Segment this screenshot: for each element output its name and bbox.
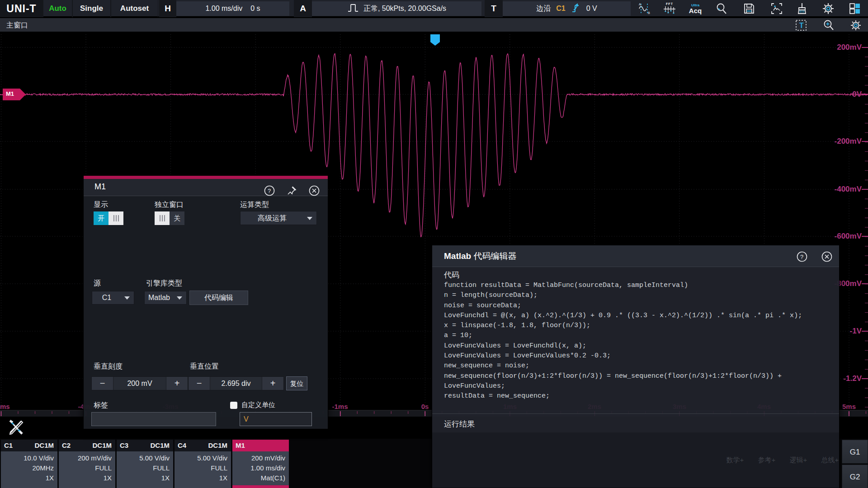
auto-button[interactable]: Auto [43,0,72,17]
g1-button[interactable]: G1 [842,440,868,464]
horizontal-key: H [159,0,176,17]
channel-card-m1[interactable]: M1200 mV/div1.00 ms/divMat(C1) [232,440,289,488]
channel-setting: FULL [95,464,112,472]
vscale-decrement-button[interactable]: − [92,377,113,390]
tag-label: 标签 [94,401,108,410]
channel-card-c2[interactable]: C2DC1M200 mV/divFULL1X [59,440,115,488]
ultra-acq-icon[interactable]: Ultra Acq [687,1,703,16]
autoset-button[interactable]: Autoset [111,0,158,17]
window-title: 主窗口 [6,18,28,33]
vpos-value[interactable]: 2.695 div [210,377,262,390]
code-text[interactable]: function resultData = MatlabFunc(sourceD… [444,281,831,402]
svg-text:T: T [799,22,804,29]
help-icon[interactable]: ? [797,251,807,262]
run-result-area: 数学+参考+逻辑+总线+ [432,432,839,488]
trigger-mode: 边沿 [536,4,551,14]
save-icon[interactable] [741,1,757,16]
clear-brush-icon[interactable] [794,1,810,16]
m1-trace-marker-label: M1 [6,90,14,97]
independent-window-toggle[interactable]: 关 [155,211,184,225]
code-line: x = linspace(-1.8, 1.8, floor(n/3)); [444,321,831,331]
channel-card-header: C1DC1M [1,440,57,451]
channel-card-header: M1 [232,440,289,451]
text-annotation-icon[interactable]: T [795,19,807,31]
channel-card-c1[interactable]: C1DC1M10.0 V/div20MHz1X [1,440,57,488]
t-axis-label: ms [0,403,14,410]
tag-input[interactable] [91,412,216,426]
vpos-increment-button[interactable]: + [262,377,283,390]
reset-button[interactable]: 复位 [286,376,307,390]
channel-coupling: DC1M [92,441,112,449]
brand-logo: UNI-T [0,0,43,17]
v-axis-label: 0V [852,90,862,99]
trigger-key: T [485,0,503,17]
horizontal-panel[interactable]: 1.00 ms/div 0 s [176,1,289,16]
code-line: LoveFuncValues = LoveFuncValues*0.2 -0.3… [444,351,831,361]
code-line: resultData = new_sequence; [444,391,831,401]
display-toggle-grip [108,211,123,225]
pin-icon[interactable] [286,185,297,196]
dim-background-button: 总线+ [815,456,845,465]
channel-card-c3[interactable]: C3DC1M5.00 V/divFULL1X [117,440,173,488]
engine-dropdown[interactable]: Matlab [144,291,187,305]
independent-window-label: 独立窗口 [155,200,184,210]
single-button[interactable]: Single [72,0,111,17]
vscale-value[interactable]: 200 mV [113,377,166,390]
annotation-tools-icon[interactable] [6,418,25,439]
engine-type-label: 引擎库类型 [146,279,182,288]
m1-dialog-header[interactable]: M1 ? [84,179,328,196]
source-value: C1 [92,291,121,304]
fft-icon[interactable]: FFT [661,1,678,16]
zoom-in-icon[interactable] [822,19,835,31]
close-icon[interactable] [309,185,320,196]
trigger-panel[interactable]: 边沿 C1 0 V [503,1,631,16]
independent-toggle-grip [155,211,170,225]
acquire-panel[interactable]: 正常, 50kPts, 20.00GSa/s [312,1,481,16]
operation-type-dropdown[interactable]: 高级运算 [240,211,317,225]
g2-button[interactable]: G2 [842,465,868,488]
editor-title-latin: Matlab [444,251,471,261]
svg-text:?: ? [268,188,271,194]
result-section-label: 运行结果 [444,419,475,429]
trigger-position-marker[interactable] [430,34,440,48]
source-dropdown[interactable]: C1 [92,291,134,305]
custom-unit-checkbox[interactable] [230,402,237,409]
trigger-source: C1 [556,5,565,13]
code-edit-button[interactable]: 代码编辑 [189,291,248,305]
channel-id: C4 [178,441,186,449]
search-icon[interactable] [713,1,730,16]
top-toolbar: UNI-T Auto Single Autoset H 1.00 ms/div … [0,0,868,17]
editor-header[interactable]: Matlab 代码编辑器 ? [432,245,839,267]
code-line: LoveFuncValues = LoveFunchdl(x, a); [444,341,831,351]
m1-trace-marker[interactable]: M1 [3,89,26,102]
vpos-decrement-button[interactable]: − [189,377,210,390]
custom-unit-label: 自定义单位 [241,401,275,409]
channel-id: C1 [4,441,13,449]
channel-setting: 5.00 V/div [139,454,170,462]
close-icon[interactable] [821,251,832,262]
v-axis-label: -400mV [835,185,862,194]
channel-setting: 1X [104,474,112,482]
window-layout-icon[interactable] [847,1,863,16]
channel-card-c4[interactable]: C4DC1M5.00 V/divFULL1X [175,440,231,488]
channel-coupling: DC1M [150,441,170,449]
unit-input[interactable]: V [240,412,312,426]
settings-gear-icon[interactable] [820,1,836,16]
cursor-measure-icon[interactable]: AB [636,1,652,16]
channel-setting: FULL [211,464,227,472]
svg-text:A: A [639,3,641,6]
channel-id: C2 [62,441,71,449]
display-toggle[interactable]: 开 [94,211,123,225]
window-title-bar: 主窗口 T [0,18,868,33]
trigger-level: 0 V [586,5,597,13]
independent-toggle-off: 关 [170,211,184,225]
engine-value: Matlab [145,291,174,304]
code-line: new_sequence(floor(n/3)+1:2*floor(n/3)) … [444,371,831,392]
operation-type-value: 高级运算 [241,211,304,225]
display-settings-gear-icon[interactable] [849,19,862,31]
help-icon[interactable]: ? [264,185,275,196]
screenshot-icon[interactable] [769,1,785,16]
svg-text:?: ? [800,253,803,260]
vertical-scale-stepper: − 200 mV + [91,376,188,390]
vscale-increment-button[interactable]: + [166,377,188,390]
